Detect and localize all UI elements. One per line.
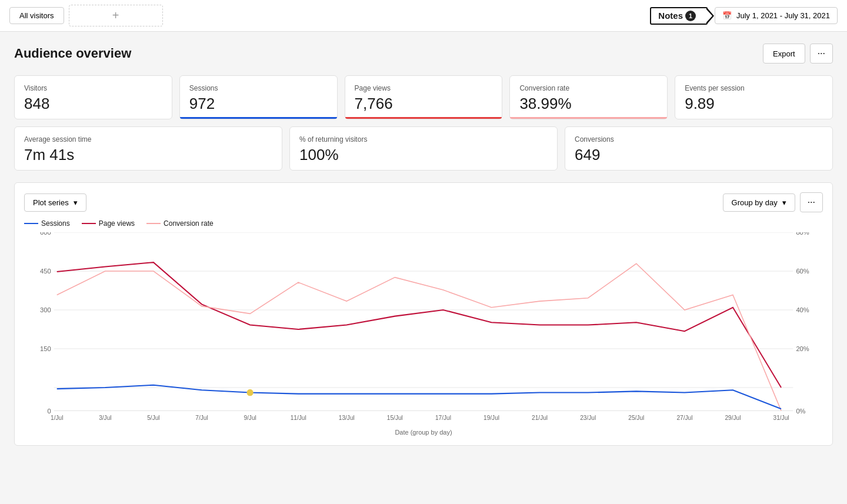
- metric-events-per-session: Events per session 9.89: [675, 75, 833, 119]
- chart-svg: 600 450 300 150 0 80% 60% 40% 20% 0% 1/J…: [24, 232, 823, 426]
- svg-text:40%: 40%: [796, 306, 809, 313]
- notes-count-badge: 1: [685, 11, 696, 21]
- main-content: Audience overview Export ··· Visitors 84…: [0, 32, 847, 458]
- svg-text:5/Jul: 5/Jul: [147, 415, 159, 421]
- metric-sessions: Sessions 972: [179, 75, 338, 119]
- svg-text:31/Jul: 31/Jul: [773, 415, 789, 421]
- svg-text:0%: 0%: [796, 407, 805, 414]
- metric-visitors: Visitors 848: [14, 75, 172, 119]
- svg-text:600: 600: [40, 232, 51, 236]
- svg-text:13/Jul: 13/Jul: [339, 415, 355, 421]
- svg-text:1/Jul: 1/Jul: [51, 415, 63, 421]
- metric-conversion-rate: Conversion rate 38.99%: [509, 75, 668, 119]
- metric-sessions-value: 972: [189, 95, 328, 113]
- x-axis-label: Date (group by day): [24, 429, 823, 436]
- date-range-label: July 1, 2021 - July 31, 2021: [736, 11, 830, 20]
- svg-text:29/Jul: 29/Jul: [725, 415, 741, 421]
- svg-text:20%: 20%: [796, 345, 809, 352]
- notes-label: Notes: [658, 11, 683, 21]
- metric-eps-label: Events per session: [685, 84, 823, 92]
- legend-conversion-rate: Conversion rate: [146, 219, 214, 228]
- metric-avg-session-time: Average session time 7m 41s: [14, 126, 282, 171]
- chart-container: 600 450 300 150 0 80% 60% 40% 20% 0% 1/J…: [24, 232, 823, 426]
- metrics-bottom-row: Average session time 7m 41s % of returni…: [14, 126, 833, 171]
- svg-text:25/Jul: 25/Jul: [628, 415, 644, 421]
- legend-convrate-label: Conversion rate: [164, 219, 214, 228]
- svg-text:21/Jul: 21/Jul: [532, 415, 548, 421]
- metric-conv-label: Conversions: [575, 135, 823, 143]
- header-actions: Export ···: [763, 44, 833, 64]
- chart-toolbar-right: Group by day ▾ ···: [723, 192, 823, 212]
- metric-sessions-label: Sessions: [189, 84, 328, 92]
- plot-series-chevron-icon: ▾: [74, 198, 78, 207]
- svg-text:11/Jul: 11/Jul: [291, 415, 306, 421]
- pageviews-line: [57, 262, 781, 388]
- svg-text:9/Jul: 9/Jul: [244, 415, 256, 421]
- legend-pageviews-line: [82, 223, 96, 224]
- metric-pageviews-value: 7,766: [355, 95, 493, 113]
- group-by-chevron-icon: ▾: [782, 198, 786, 207]
- svg-text:15/Jul: 15/Jul: [387, 415, 403, 421]
- plot-series-button[interactable]: Plot series ▾: [24, 193, 86, 212]
- notes-button[interactable]: Notes 1: [650, 7, 708, 25]
- metric-pageviews: Page views 7,766: [345, 75, 503, 119]
- svg-text:150: 150: [40, 345, 51, 352]
- date-range-picker[interactable]: 📅 July 1, 2021 - July 31, 2021: [715, 7, 838, 24]
- metric-conversions: Conversions 649: [565, 126, 833, 171]
- svg-text:450: 450: [40, 268, 51, 275]
- top-bar-right: Notes 1 📅 July 1, 2021 - July 31, 2021: [650, 7, 838, 25]
- add-segment-button[interactable]: +: [69, 5, 163, 26]
- legend-sessions: Sessions: [24, 219, 70, 228]
- page-title: Audience overview: [14, 46, 131, 61]
- more-options-button[interactable]: ···: [810, 44, 833, 64]
- metric-rv-value: 100%: [299, 146, 548, 164]
- svg-text:23/Jul: 23/Jul: [580, 415, 596, 421]
- svg-text:7/Jul: 7/Jul: [195, 415, 208, 421]
- group-by-label: Group by day: [732, 198, 778, 207]
- svg-text:17/Jul: 17/Jul: [435, 415, 451, 421]
- page-header: Audience overview Export ···: [14, 44, 833, 64]
- metric-visitors-value: 848: [24, 95, 162, 113]
- chart-more-options-button[interactable]: ···: [800, 192, 823, 212]
- convrate-line: [57, 263, 781, 410]
- top-bar: All visitors + Notes 1 📅 July 1, 2021 - …: [0, 0, 847, 32]
- metric-eps-value: 9.89: [685, 95, 823, 113]
- group-by-button[interactable]: Group by day ▾: [723, 193, 795, 212]
- svg-text:3/Jul: 3/Jul: [99, 415, 111, 421]
- legend-pageviews: Page views: [82, 219, 135, 228]
- metric-convrate-label: Conversion rate: [519, 84, 658, 92]
- svg-text:300: 300: [40, 306, 51, 313]
- chart-section: Plot series ▾ Group by day ▾ ··· Session…: [14, 182, 833, 446]
- metric-convrate-bar: [510, 117, 667, 119]
- metric-pageviews-bar: [345, 117, 502, 119]
- svg-text:60%: 60%: [796, 268, 809, 275]
- metric-conv-value: 649: [575, 146, 823, 164]
- metric-rv-label: % of returning visitors: [299, 135, 548, 143]
- svg-text:19/Jul: 19/Jul: [483, 415, 499, 421]
- metric-sessions-bar: [180, 117, 337, 119]
- notes-arrow-inner: [706, 9, 712, 23]
- metric-returning-visitors: % of returning visitors 100%: [289, 126, 558, 171]
- metric-ast-label: Average session time: [24, 135, 272, 143]
- metric-visitors-label: Visitors: [24, 84, 162, 92]
- legend-pageviews-label: Page views: [99, 219, 135, 228]
- metrics-top-row: Visitors 848 Sessions 972 Page views 7,7…: [14, 75, 833, 119]
- sessions-line: [57, 385, 781, 409]
- export-button[interactable]: Export: [763, 44, 805, 64]
- all-visitors-segment[interactable]: All visitors: [9, 7, 64, 24]
- chart-data-point: [247, 389, 253, 396]
- svg-text:0: 0: [47, 407, 51, 414]
- notes-container: Notes 1: [650, 7, 708, 25]
- legend-convrate-line: [146, 223, 161, 224]
- plot-series-label: Plot series: [33, 198, 69, 207]
- metric-ast-value: 7m 41s: [24, 146, 272, 164]
- chart-toolbar: Plot series ▾ Group by day ▾ ···: [24, 192, 823, 212]
- metric-pageviews-label: Page views: [355, 84, 493, 92]
- svg-text:27/Jul: 27/Jul: [676, 415, 692, 421]
- chart-legend: Sessions Page views Conversion rate: [24, 219, 823, 228]
- metric-convrate-value: 38.99%: [519, 95, 658, 113]
- svg-text:80%: 80%: [796, 232, 809, 236]
- legend-sessions-line: [24, 223, 38, 224]
- calendar-icon: 📅: [722, 11, 732, 20]
- legend-sessions-label: Sessions: [41, 219, 70, 228]
